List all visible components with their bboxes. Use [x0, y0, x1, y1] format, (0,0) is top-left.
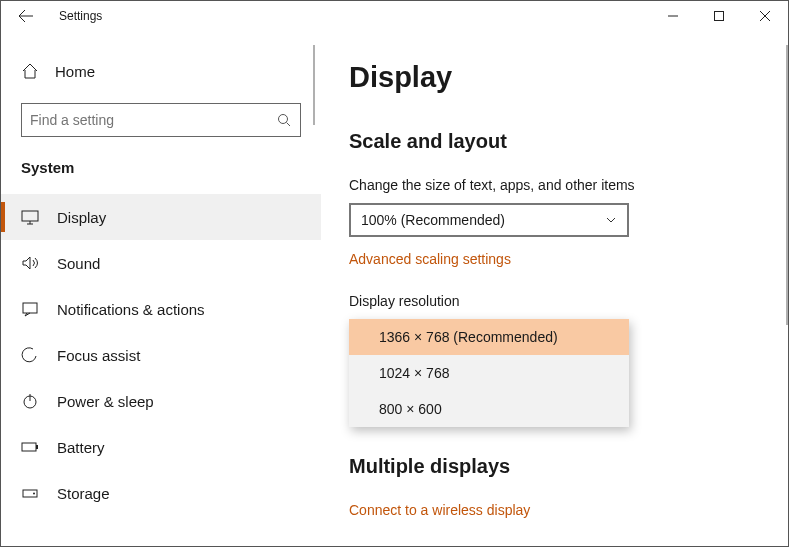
scale-dropdown-value: 100% (Recommended) [361, 212, 505, 228]
resolution-dropdown-open[interactable]: 1366 × 768 (Recommended) 1024 × 768 800 … [349, 319, 629, 427]
resolution-option[interactable]: 1366 × 768 (Recommended) [349, 319, 629, 355]
resolution-option[interactable]: 1024 × 768 [349, 355, 629, 391]
maximize-button[interactable] [696, 1, 742, 31]
search-input[interactable] [30, 112, 277, 128]
sidebar-item-label: Notifications & actions [43, 301, 205, 318]
main-scrollbar[interactable] [786, 45, 788, 325]
sidebar-item-label: Display [43, 209, 106, 226]
sidebar-item-label: Focus assist [43, 347, 140, 364]
svg-rect-3 [23, 303, 37, 313]
multiple-heading: Multiple displays [349, 455, 760, 478]
close-icon [760, 11, 770, 21]
svg-rect-2 [22, 211, 38, 221]
sidebar: Home System Display Sound [1, 31, 321, 546]
svg-rect-5 [22, 443, 36, 451]
resolution-option[interactable]: 800 × 600 [349, 391, 629, 427]
search-box[interactable] [21, 103, 301, 137]
scale-dropdown[interactable]: 100% (Recommended) [349, 203, 629, 237]
home-nav[interactable]: Home [1, 51, 321, 91]
sidebar-item-focus-assist[interactable]: Focus assist [1, 332, 321, 378]
sidebar-item-label: Storage [43, 485, 110, 502]
home-label: Home [43, 63, 95, 80]
minimize-icon [668, 11, 678, 21]
sidebar-item-sound[interactable]: Sound [1, 240, 321, 286]
scale-field-label: Change the size of text, apps, and other… [349, 177, 760, 193]
sidebar-scrollbar[interactable] [313, 45, 315, 125]
notifications-icon [21, 300, 43, 318]
display-icon [21, 208, 43, 226]
sidebar-item-display[interactable]: Display [1, 194, 321, 240]
back-arrow-icon [18, 8, 34, 24]
sidebar-item-battery[interactable]: Battery [1, 424, 321, 470]
window-title: Settings [41, 9, 102, 23]
advanced-scaling-link[interactable]: Advanced scaling settings [349, 251, 511, 267]
focus-assist-icon [21, 346, 43, 364]
main-panel: Display Scale and layout Change the size… [321, 31, 788, 546]
titlebar: Settings [1, 1, 788, 31]
wireless-display-link[interactable]: Connect to a wireless display [349, 502, 530, 518]
sound-icon [21, 254, 43, 272]
svg-point-1 [279, 114, 288, 123]
sidebar-item-notifications[interactable]: Notifications & actions [1, 286, 321, 332]
search-icon [277, 113, 292, 128]
scale-heading: Scale and layout [349, 130, 760, 153]
minimize-button[interactable] [650, 1, 696, 31]
page-title: Display [349, 61, 760, 94]
power-icon [21, 392, 43, 410]
sidebar-item-label: Battery [43, 439, 105, 456]
svg-rect-6 [36, 445, 38, 449]
home-icon [21, 62, 43, 80]
sidebar-item-storage[interactable]: Storage [1, 470, 321, 516]
svg-point-8 [33, 493, 35, 495]
close-button[interactable] [742, 1, 788, 31]
nav-list: Display Sound Notifications & actions Fo… [1, 186, 321, 516]
sidebar-item-power[interactable]: Power & sleep [1, 378, 321, 424]
maximize-icon [714, 11, 724, 21]
sidebar-item-label: Sound [43, 255, 100, 272]
category-header: System [1, 137, 321, 186]
battery-icon [21, 438, 43, 456]
back-button[interactable] [11, 1, 41, 31]
resolution-field-label: Display resolution [349, 293, 760, 309]
chevron-down-icon [605, 214, 617, 226]
svg-rect-0 [715, 12, 724, 21]
sidebar-item-label: Power & sleep [43, 393, 154, 410]
storage-icon [21, 484, 43, 502]
